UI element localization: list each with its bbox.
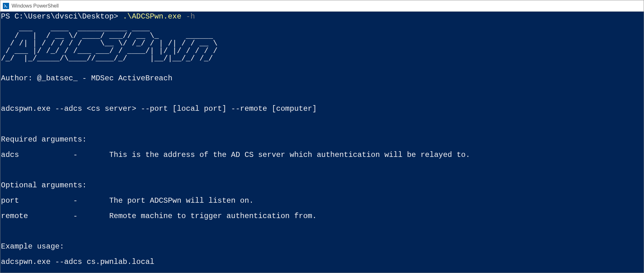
required-header: Required arguments: xyxy=(1,136,643,143)
spacer xyxy=(1,167,643,174)
prompt-flag: -h xyxy=(186,12,195,21)
prompt-command: .\ADCSPwn.exe xyxy=(123,12,186,21)
required-adcs-line: adcs - This is the address of the AD CS … xyxy=(1,151,643,159)
usage-line: adcspwn.exe --adcs <cs server> --port [l… xyxy=(1,105,643,113)
prompt-path: PS C:\Users\dvsci\Desktop> xyxy=(1,12,123,21)
spacer xyxy=(1,228,643,235)
spacer xyxy=(1,90,643,98)
spacer xyxy=(1,120,643,128)
optional-port-line: port - The port ADCSPwn will listen on. xyxy=(1,197,643,205)
example-1: adcspwn.exe --adcs cs.pwnlab.local xyxy=(1,258,643,266)
example-header: Example usage: xyxy=(1,243,643,250)
author-line: Author: @_batsec_ - MDSec ActiveBreach xyxy=(1,75,643,82)
window-title: Windows PowerShell xyxy=(12,3,59,9)
terminal-area[interactable]: PS C:\Users\dvsci\Desktop> .\ADCSPwn.exe… xyxy=(0,12,644,273)
ascii-banner: ___ ____ ___________ ____ / | / __ \/ __… xyxy=(1,25,643,62)
optional-remote-line: remote - Remote machine to trigger authe… xyxy=(1,212,643,220)
powershell-icon xyxy=(3,3,9,9)
optional-header: Optional arguments: xyxy=(1,182,643,189)
title-bar[interactable]: Windows PowerShell xyxy=(0,0,644,12)
